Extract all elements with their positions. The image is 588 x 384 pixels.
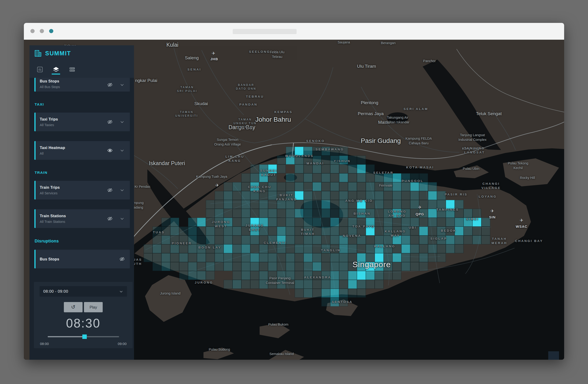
- map-label: LORONG AH SOO: [388, 210, 406, 218]
- map-label: JURONG: [195, 281, 213, 285]
- map-label: PANDAN: [239, 103, 257, 107]
- map-label: PUNGGOL: [402, 179, 423, 183]
- play-button[interactable]: Play: [84, 302, 103, 312]
- map-label: SENTOSA: [332, 300, 353, 304]
- map-label: Pulau Sudong: [209, 347, 230, 352]
- map-label: Pulau Tekong Kechil: [508, 161, 528, 170]
- map-label: SENAI: [188, 68, 201, 72]
- visibility-on-icon[interactable]: [107, 147, 113, 154]
- browser-titlebar: [24, 23, 564, 40]
- layer-title: Taxi Trips: [40, 117, 58, 121]
- map-label: JURONG WEST: [212, 220, 230, 229]
- map-label: ngkar Pulai: [135, 77, 157, 84]
- window-minimize-button[interactable]: [40, 29, 44, 33]
- map-label: Felda Ulu Tebrau: [270, 50, 284, 59]
- layer-title: Bus Stops: [40, 257, 59, 261]
- layer-subtitle: All Bus Stops: [40, 85, 60, 89]
- map-label: YISHUN: [334, 159, 351, 163]
- chevron-down-icon[interactable]: [119, 147, 125, 154]
- map-attribution-box: [548, 351, 559, 360]
- sidebar: SUMMIT: [29, 45, 134, 360]
- layer-title: Train Trips: [40, 185, 60, 190]
- map-label: BUKIT TIMAH: [301, 228, 315, 236]
- map-label: BUKIT PANJANG: [276, 193, 297, 202]
- map-label: TANJUNG LANGSAT: [464, 146, 485, 155]
- layer-subtitle: All Taxies: [40, 123, 58, 127]
- chevron-down-icon[interactable]: [119, 119, 125, 125]
- layer-subtitle: All: [40, 152, 65, 155]
- map-label: TEBRAU: [246, 95, 264, 99]
- map-label: mpung adang: [133, 201, 144, 210]
- map-label: KALLANG WAY: [385, 229, 406, 238]
- visibility-off-icon[interactable]: [107, 216, 113, 222]
- section-heading-train: TRAIN: [35, 171, 134, 175]
- chevron-down-icon[interactable]: [119, 216, 125, 222]
- window-zoom-button[interactable]: [49, 29, 53, 33]
- window-close-button[interactable]: [30, 29, 35, 33]
- map-label: SIN: [489, 215, 496, 220]
- map-label: TUAS: [153, 230, 165, 234]
- map-label: Fernvale: [379, 183, 392, 188]
- tab-layers[interactable]: [52, 66, 60, 74]
- app-root: SingaporeJohor BahruPasir GudangKulaiDan…: [24, 40, 564, 360]
- map-label: WOODLANDS: [285, 154, 314, 158]
- airplane-icon: ✈: [520, 218, 524, 223]
- map-label: Saujana: [337, 40, 350, 45]
- slider-thumb[interactable]: [82, 334, 87, 339]
- airplane-icon: ✈: [490, 208, 494, 214]
- tab-charts[interactable]: [36, 66, 44, 74]
- time-slider[interactable]: [48, 334, 119, 339]
- replay-icon: ↺: [71, 305, 75, 310]
- visibility-off-icon[interactable]: [107, 187, 113, 193]
- map-label: TANAH MERAH: [492, 237, 507, 245]
- layer-subtitle: All Services: [40, 191, 60, 195]
- map-label: Berangan: [381, 41, 396, 46]
- map-label: Pulau Ubin: [463, 167, 480, 171]
- map-label: Iskandar Puteri: [149, 160, 185, 167]
- replay-button[interactable]: ↺: [64, 302, 83, 312]
- map-label: Semakau Island: [270, 352, 294, 356]
- visibility-off-icon[interactable]: [107, 119, 113, 125]
- screenshot-stage: SingaporeJohor BahruPasir GudangKulaiDan…: [0, 0, 588, 384]
- layer-card-bus-stops[interactable]: Bus Stops: [34, 250, 130, 268]
- chevron-down-icon[interactable]: [119, 82, 125, 88]
- map-label: Permas Jaya: [358, 111, 384, 117]
- map-label: Kampung Tuah Jaya: [196, 174, 227, 179]
- sidebar-header: SUMMIT: [29, 45, 134, 78]
- tab-legend[interactable]: [68, 66, 76, 74]
- map-label: UBI: [409, 226, 417, 230]
- map-label: SELETAR: [373, 171, 394, 175]
- map-label: SUNGEI KADUT: [260, 169, 277, 177]
- map-label: Teluk Sengat: [476, 111, 502, 117]
- airplane-icon: ✈: [215, 183, 219, 188]
- layer-list: Bus StopsAll Bus Stops TAXITaxi TripsAll…: [29, 78, 134, 348]
- time-range-value: 08:00 - 09:00: [43, 289, 68, 294]
- layer-card-bus-stops[interactable]: Bus StopsAll Bus Stops: [34, 78, 130, 92]
- app-title: SUMMIT: [45, 50, 71, 57]
- map-label: CHANGI BAY: [515, 239, 543, 243]
- time-control-panel: 08:00 - 09:00 ↺ Play 08:30 08:00 09:00: [34, 282, 133, 348]
- map-label: SIGLAP: [430, 237, 447, 241]
- visibility-off-icon[interactable]: [119, 256, 125, 262]
- layer-card-train-trips[interactable]: Train TripsAll Services: [34, 181, 130, 199]
- section-heading-disruptions: Disruptions: [35, 239, 134, 244]
- layer-card-taxi-trips[interactable]: Taxi TripsAll Taxies: [34, 113, 130, 131]
- visibility-off-icon[interactable]: [107, 82, 113, 88]
- map-label: QPG: [416, 212, 424, 216]
- map-label: JHB: [210, 57, 218, 61]
- map-label: TAMPINES: [437, 208, 459, 212]
- map-label: TAMAN SRI PULAI: [177, 85, 197, 93]
- map-label: BEDOK: [441, 229, 456, 233]
- map-label: Skudai: [194, 101, 208, 107]
- map-label: TAMAN UNIVERSITI: [175, 110, 198, 118]
- time-range-select[interactable]: 08:00 - 09:00: [40, 286, 127, 297]
- map-label: BOON LAY: [198, 246, 221, 250]
- map-label: UAS UTH: [133, 258, 142, 266]
- map-label: CHANGI VILLAGE: [481, 182, 501, 190]
- layer-card-taxi-heatmap[interactable]: Taxi HeatmapAll: [34, 141, 130, 160]
- chevron-down-icon[interactable]: [119, 187, 125, 193]
- layer-subtitle: All Train Stations: [40, 220, 66, 224]
- layer-card-train-stations[interactable]: Train StationsAll Train Stations: [34, 209, 130, 228]
- airplane-icon: ✈: [212, 51, 215, 56]
- map-label: Takungang Air Sultan Iskandar: [386, 115, 410, 124]
